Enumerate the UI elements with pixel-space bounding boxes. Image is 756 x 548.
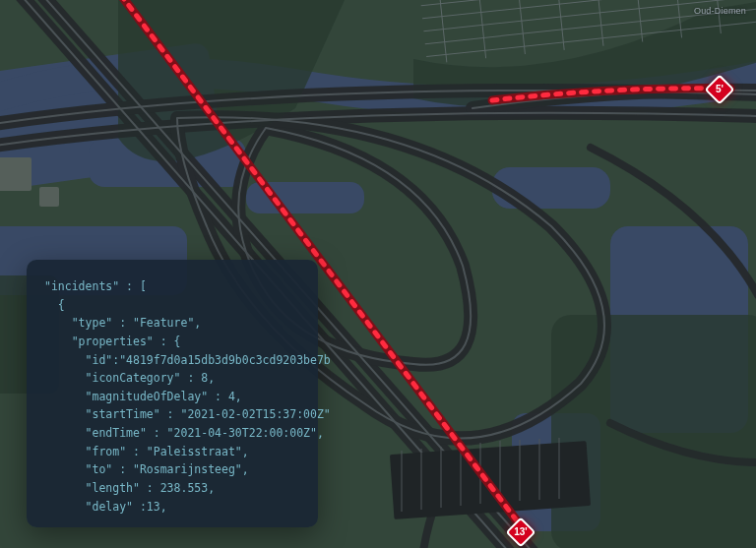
code-line: "id":"4819f7d0a15db3d9b0c3cd9203be7b <box>44 353 331 367</box>
code-block: "incidents" : [ { "type" : "Feature", "p… <box>44 277 300 516</box>
place-label-oud-diemen: Oud-Diemen <box>694 6 746 16</box>
svg-rect-25 <box>39 187 59 207</box>
code-line: { <box>44 298 65 312</box>
code-line: "incidents" : [ <box>44 279 147 293</box>
code-line: "type" : "Feature", <box>44 316 201 330</box>
code-line: "properties" : { <box>44 335 180 348</box>
code-line: "endTime" : "2021-04-30T22:00:00Z", <box>44 426 324 440</box>
incident-pin-label: 13' <box>512 523 530 541</box>
svg-rect-9 <box>551 315 756 548</box>
code-line: "length" : 238.553, <box>44 481 215 495</box>
code-line: "magnitudeOfDelay" : 4, <box>44 390 242 403</box>
incident-pin-label: 5' <box>711 81 728 98</box>
code-line: "to" : "Rosmarijnsteeg", <box>44 462 249 476</box>
code-line: "iconCategory" : 8, <box>44 371 215 385</box>
map-viewport[interactable]: Oud-Diemen 5' 13' "incidents" : [ { "typ… <box>0 0 756 548</box>
code-line: "from" : "Paleisstraat", <box>44 445 249 458</box>
code-line: "startTime" : "2021-02-02T15:37:00Z" <box>44 407 331 421</box>
svg-rect-24 <box>0 157 32 191</box>
code-line: "delay" :13, <box>44 500 167 514</box>
code-overlay-panel: "incidents" : [ { "type" : "Feature", "p… <box>27 260 318 527</box>
